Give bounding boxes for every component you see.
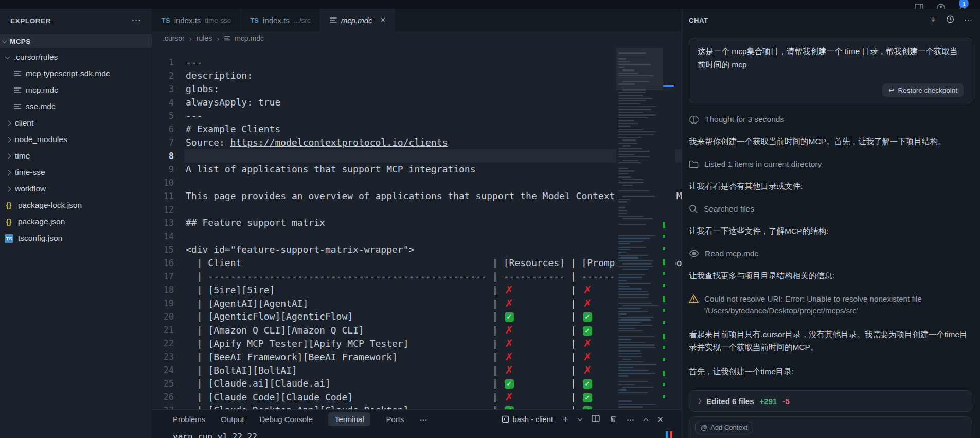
panel-tab-terminal[interactable]: Terminal xyxy=(328,412,371,426)
lines-removed: -5 xyxy=(782,397,789,406)
code-line-25[interactable]: 25 | [Claude.ai][Claude.ai] | ✓ | ✓ xyxy=(152,377,682,390)
panel-tab--[interactable]: ··· xyxy=(420,415,427,424)
split-terminal-icon[interactable] xyxy=(592,415,600,424)
code-line-16[interactable]: 16 | Client | [Resources] | [Prompts] | … xyxy=(152,256,682,270)
tree-item-package-lock-json[interactable]: {}package-lock.json xyxy=(0,197,152,214)
tree-item-label: workflow xyxy=(15,184,46,194)
code-line-26[interactable]: 26 | [Claude Code][Claude Code] | ✗ | ✓ xyxy=(152,390,682,404)
code-line-1[interactable]: 1--- xyxy=(152,56,682,69)
code-line-13[interactable]: 13## Feature support matrix xyxy=(152,216,682,230)
line-number: 10 xyxy=(152,176,174,189)
code-line-8[interactable]: 8 xyxy=(152,149,682,163)
new-terminal-icon[interactable]: + xyxy=(563,414,568,425)
code-line-12[interactable]: 12 xyxy=(152,203,682,216)
code-line-20[interactable]: 20 | [AgenticFlow][AgenticFlow] | ✓ | ✓ xyxy=(152,310,682,323)
tab-index-ts[interactable]: TSindex.ts.../src xyxy=(241,9,320,31)
terminal-more-icon[interactable]: ··· xyxy=(627,415,634,424)
close-icon[interactable]: × xyxy=(381,15,386,25)
add-context-chip[interactable]: @ Add Context xyxy=(695,422,753,433)
code-line-2[interactable]: 2description: xyxy=(152,69,682,82)
code-line-19[interactable]: 19 | [AgentAI][AgentAI] | ✗ | ✗ xyxy=(152,296,682,310)
code-line-15[interactable]: 15<div id="feature-support-matrix-wrappe… xyxy=(152,243,682,256)
cross-icon: ✗ xyxy=(582,363,593,377)
warning-icon xyxy=(689,294,699,303)
terminal-instance-label[interactable]: bash - client xyxy=(502,415,553,424)
terminal-dropdown-icon[interactable] xyxy=(577,416,582,421)
tree-item-node-modules[interactable]: node_modules xyxy=(0,131,152,148)
tab-mcp-mdc[interactable]: mcp.mdc× xyxy=(320,9,396,31)
close-panel-icon[interactable]: × xyxy=(657,414,663,425)
code-line-22[interactable]: 22 | [Apify MCP Tester][Apify MCP Tester… xyxy=(152,337,682,350)
edited-files-summary[interactable]: Edited 6 files +291 -5 xyxy=(689,390,972,412)
typescript-icon: TS xyxy=(250,16,259,24)
check-icon: ✓ xyxy=(583,379,592,389)
breadcrumb[interactable]: .cursor›rules›mcp.mdc xyxy=(152,31,682,45)
sidebar-root-mcps[interactable]: MCPS xyxy=(0,34,152,48)
tool-call-row[interactable]: Listed 1 items in current directory xyxy=(689,160,972,169)
explorer-sidebar: EXPLORER ··· MCPS .cursor/rulesmcp-types… xyxy=(0,9,152,438)
breadcrumb-item[interactable]: mcp.mdc xyxy=(224,34,264,43)
code-line-5[interactable]: 5--- xyxy=(152,109,682,122)
user-message-card[interactable]: 这是一个 mcp集合项目，请帮我创建一个 time 目录，帮我创建一个获取当前时… xyxy=(689,38,972,103)
line-number: 8 xyxy=(152,149,174,163)
layout-panels-icon[interactable] xyxy=(915,4,923,9)
code-line-17[interactable]: 17 | -----------------------------------… xyxy=(152,270,682,283)
tree-item-time-sse[interactable]: time-sse xyxy=(0,164,152,181)
code-line-4[interactable]: 4alwaysApply: true xyxy=(152,96,682,109)
code-line-7[interactable]: 7Source: https://modelcontextprotocol.io… xyxy=(152,136,682,149)
check-icon: ✓ xyxy=(505,312,514,322)
user-message-text: 这是一个 mcp集合项目，请帮我创建一个 time 目录，帮我创建一个获取当前时… xyxy=(698,45,964,71)
code-line-10[interactable]: 10 xyxy=(152,176,682,189)
chevron-down-icon xyxy=(2,38,7,43)
tree-item-label: client xyxy=(15,118,33,128)
code-line-21[interactable]: 21 | [Amazon Q CLI][Amazon Q CLI] | ✗ | … xyxy=(152,323,682,337)
tree-item-mcp-mdc[interactable]: mcp.mdc xyxy=(0,82,152,98)
terminal-output[interactable]: yarn run v1.22.22 xyxy=(173,432,682,438)
tree-item-time[interactable]: time xyxy=(0,148,152,164)
maximize-panel-icon[interactable] xyxy=(643,418,648,423)
json-file-icon: {} xyxy=(4,201,13,209)
panel-tab-ports[interactable]: Ports xyxy=(386,415,404,424)
breadcrumb-item[interactable]: rules xyxy=(197,34,212,42)
account-icon[interactable] xyxy=(937,4,945,9)
warning-row: Could not resolve URI: Error: Unable to … xyxy=(689,293,972,317)
new-chat-icon[interactable]: + xyxy=(930,14,936,26)
thought-row[interactable]: Thought for 3 seconds xyxy=(689,115,972,124)
code-line-11[interactable]: 11This page provides an overview of appl… xyxy=(152,189,682,203)
tree-item-mcp-typescript-sdk-mdc[interactable]: mcp-typescript-sdk.mdc xyxy=(0,65,152,82)
tool-call-row[interactable]: Read mcp.mdc xyxy=(689,249,972,258)
chat-more-icon[interactable]: ··· xyxy=(964,15,972,25)
history-icon[interactable] xyxy=(946,15,954,26)
code-line-9[interactable]: 9A list of applications that support MCP… xyxy=(152,163,682,176)
tab-index-ts[interactable]: TSindex.tstime-sse xyxy=(152,9,241,31)
code-line-23[interactable]: 23 | [BeeAI Framework][BeeAI Framework] … xyxy=(152,350,682,363)
code-line-6[interactable]: 6# Example Clients xyxy=(152,122,682,136)
chat-input[interactable]: @ Add Context xyxy=(689,416,972,438)
code-line-27[interactable]: 27 | [Claude Desktop App][Claude Desktop… xyxy=(152,404,682,409)
code-line-3[interactable]: 3globs: xyxy=(152,82,682,96)
panel-tab-debug-console[interactable]: Debug Console xyxy=(259,415,312,424)
explorer-more-icon[interactable]: ··· xyxy=(132,16,141,25)
line-number: 7 xyxy=(152,136,174,149)
breadcrumb-item[interactable]: .cursor xyxy=(163,34,185,42)
panel-tab-output[interactable]: Output xyxy=(221,415,244,424)
restore-checkpoint-button[interactable]: ↩Restore checkpoint xyxy=(882,83,964,97)
tree-item-label: node_modules xyxy=(15,135,67,144)
tree-item-sse-mdc[interactable]: sse.mdc xyxy=(0,98,152,115)
code-line-18[interactable]: 18 | [5ire][5ire] | ✗ | ✗ xyxy=(152,283,682,296)
panel-tab-problems[interactable]: Problems xyxy=(173,415,205,424)
tree-item-package-json[interactable]: {}package.json xyxy=(0,214,152,230)
tree-item--cursor-rules[interactable]: .cursor/rules xyxy=(0,49,152,65)
code-line-14[interactable]: 14 xyxy=(152,230,682,243)
source-link[interactable]: https://modelcontextprotocol.io/clients xyxy=(230,137,448,148)
mdc-file-icon xyxy=(14,103,21,110)
tool-call-row[interactable]: Searched files xyxy=(689,204,972,214)
code-editor[interactable]: 1---2description:3globs:4alwaysApply: tr… xyxy=(152,45,682,409)
tree-item-client[interactable]: client xyxy=(0,115,152,131)
code-line-24[interactable]: 24 | [BoltAI][BoltAI] | ✗ | ✗ xyxy=(152,363,682,377)
tree-item-workflow[interactable]: workflow xyxy=(0,181,152,197)
notification-badge[interactable]: 1 xyxy=(959,0,969,8)
tree-item-tsconfig-json[interactable]: TStsconfig.json xyxy=(0,230,152,247)
trash-icon[interactable] xyxy=(610,415,617,424)
minimap[interactable] xyxy=(616,48,663,407)
